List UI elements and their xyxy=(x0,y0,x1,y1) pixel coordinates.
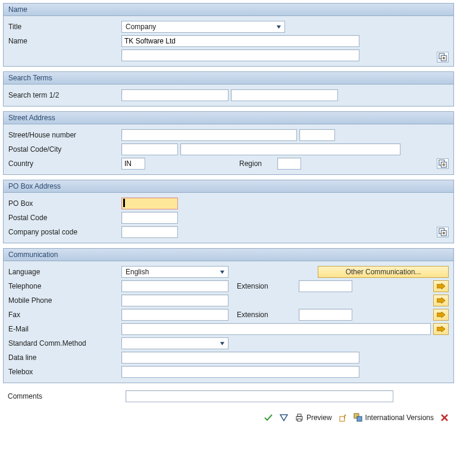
search-term-label: Search term 1/2 xyxy=(8,91,121,99)
comments-row: Comments xyxy=(3,388,454,409)
company-postal-input[interactable] xyxy=(121,226,178,238)
name-section: Name Title Company Name xyxy=(3,3,454,67)
svg-marker-0 xyxy=(276,25,280,28)
comments-input[interactable] xyxy=(126,390,393,402)
telephone-label: Telephone xyxy=(8,282,121,290)
expand-pobox-icon[interactable] xyxy=(437,227,449,237)
region-label: Region xyxy=(239,159,275,168)
svg-marker-21 xyxy=(220,342,224,345)
email-input[interactable] xyxy=(121,323,431,335)
other-communication-button[interactable]: Other Communication... xyxy=(318,266,449,278)
country-input[interactable] xyxy=(121,158,145,170)
close-icon xyxy=(440,413,449,422)
mobile-label: Mobile Phone xyxy=(8,296,121,305)
telebox-label: Telebox xyxy=(8,368,121,376)
fax-extension-input[interactable] xyxy=(299,309,352,321)
city-input[interactable] xyxy=(180,143,400,155)
cursor-icon xyxy=(123,199,125,207)
mobile-input[interactable] xyxy=(121,295,228,306)
search-term-1-input[interactable] xyxy=(121,89,228,101)
pobox-postal-label: Postal Code xyxy=(8,214,121,222)
svg-rect-24 xyxy=(298,414,301,416)
name-input-1[interactable] xyxy=(121,35,359,47)
copy-up-icon xyxy=(338,413,348,422)
company-postal-label: Company postal code xyxy=(8,228,121,236)
search-terms-header: Search Terms xyxy=(4,72,453,84)
communication-header: Communication xyxy=(4,249,453,261)
filter-button[interactable] xyxy=(279,413,289,422)
house-number-input[interactable] xyxy=(299,129,335,141)
svg-rect-25 xyxy=(298,419,301,421)
chevron-down-icon xyxy=(217,339,227,348)
telephone-input[interactable] xyxy=(121,280,228,292)
telephone-extension-input[interactable] xyxy=(299,280,352,292)
email-label: E-Mail xyxy=(8,325,121,333)
stdcomm-select[interactable] xyxy=(121,337,228,349)
language-label: Language xyxy=(8,268,121,276)
name-header: Name xyxy=(4,4,453,16)
search-terms-section: Search Terms Search term 1/2 xyxy=(3,71,454,107)
pobox-input[interactable] xyxy=(121,198,178,209)
street-address-header: Street Address xyxy=(4,112,453,124)
search-term-2-input[interactable] xyxy=(231,89,338,101)
telephone-extension-label: Extension xyxy=(231,282,296,290)
name-input-2[interactable] xyxy=(121,49,359,61)
footer-toolbar: Preview International Versions xyxy=(3,409,454,422)
cancel-button[interactable] xyxy=(440,413,449,422)
print-icon xyxy=(295,413,304,422)
street-address-section: Street Address Street/House number Posta… xyxy=(3,111,454,175)
communication-section: Communication Language English Other Com… xyxy=(3,248,454,383)
region-input[interactable] xyxy=(277,158,301,170)
dataline-input[interactable] xyxy=(121,352,359,364)
pobox-label: PO Box xyxy=(8,199,121,208)
check-icon xyxy=(264,413,273,422)
name-label: Name xyxy=(8,37,121,45)
language-select[interactable]: English xyxy=(121,266,228,278)
street-input[interactable] xyxy=(121,129,297,141)
title-select[interactable]: Company xyxy=(121,21,285,33)
fax-extension-label: Extension xyxy=(231,311,296,319)
title-label: Title xyxy=(8,23,121,31)
svg-rect-30 xyxy=(357,416,362,421)
comments-label: Comments xyxy=(8,392,126,400)
pobox-postal-input[interactable] xyxy=(121,212,178,224)
pobox-header: PO Box Address xyxy=(4,180,453,193)
versions-icon xyxy=(353,413,363,422)
triangle-down-icon xyxy=(279,413,289,422)
preview-button[interactable]: Preview xyxy=(295,413,332,422)
svg-rect-26 xyxy=(340,416,345,421)
postal-code-input[interactable] xyxy=(121,143,178,155)
fax-label: Fax xyxy=(8,311,121,319)
svg-marker-18 xyxy=(437,298,445,303)
mobile-more-button[interactable] xyxy=(433,295,449,306)
international-versions-button[interactable]: International Versions xyxy=(353,413,434,422)
fax-input[interactable] xyxy=(121,309,228,321)
fax-more-button[interactable] xyxy=(433,309,449,321)
svg-marker-17 xyxy=(437,283,445,289)
street-label: Street/House number xyxy=(8,131,121,139)
postal-city-label: Postal Code/City xyxy=(8,145,121,154)
svg-marker-20 xyxy=(437,326,445,332)
stdcomm-label: Standard Comm.Method xyxy=(8,339,121,347)
svg-marker-27 xyxy=(345,414,346,416)
chevron-down-icon xyxy=(217,267,227,277)
chevron-down-icon xyxy=(274,22,283,32)
country-label: Country xyxy=(8,159,121,168)
dataline-label: Data line xyxy=(8,353,121,362)
expand-street-icon[interactable] xyxy=(437,158,449,169)
svg-marker-22 xyxy=(280,415,287,421)
svg-marker-19 xyxy=(437,312,445,318)
telephone-more-button[interactable] xyxy=(433,280,449,292)
pobox-section: PO Box Address PO Box Postal Code Compan… xyxy=(3,180,454,243)
svg-marker-16 xyxy=(220,270,224,273)
accept-button[interactable] xyxy=(264,413,273,422)
telebox-input[interactable] xyxy=(121,366,359,378)
expand-name-icon[interactable] xyxy=(437,52,449,62)
copy-button[interactable] xyxy=(338,413,348,422)
email-more-button[interactable] xyxy=(433,323,449,335)
